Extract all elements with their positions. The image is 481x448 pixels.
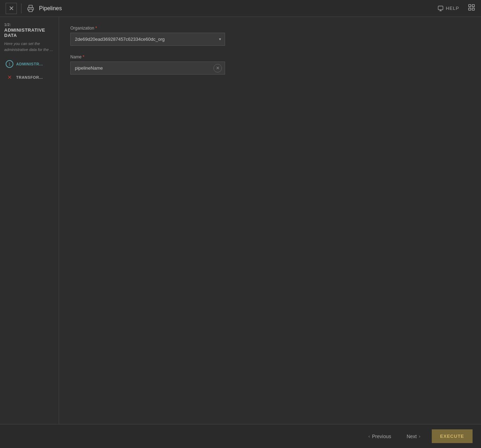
sidebar-item-label-transform: TRANSFOR... bbox=[16, 75, 43, 79]
svg-rect-1 bbox=[29, 9, 32, 11]
step-description: Here you can set the administrative data… bbox=[4, 41, 54, 52]
organization-required: * bbox=[95, 25, 97, 31]
organization-label: Organization * bbox=[70, 25, 225, 31]
grid-icon[interactable] bbox=[468, 4, 475, 13]
topbar-divider bbox=[21, 4, 21, 13]
organization-input-wrapper: ▾ bbox=[70, 33, 225, 46]
execute-label: EXECUTE bbox=[440, 434, 464, 439]
print-icon[interactable] bbox=[26, 4, 36, 13]
svg-rect-2 bbox=[438, 6, 443, 10]
svg-rect-5 bbox=[469, 8, 471, 10]
main-content: 1/2: ADMINISTRATIVE DATA Here you can se… bbox=[0, 17, 481, 424]
svg-rect-3 bbox=[469, 5, 471, 7]
footer: ‹ Previous Next › EXECUTE bbox=[0, 424, 481, 448]
step-number: 1/2: bbox=[4, 23, 54, 27]
page-title: Pipelines bbox=[39, 5, 437, 12]
step-circle-1: 1 bbox=[6, 60, 13, 68]
organization-input[interactable] bbox=[71, 33, 216, 45]
svg-rect-6 bbox=[472, 8, 474, 10]
organization-field-group: Organization * ▾ bbox=[70, 25, 225, 46]
sidebar: 1/2: ADMINISTRATIVE DATA Here you can se… bbox=[0, 17, 59, 424]
svg-rect-4 bbox=[472, 5, 474, 7]
next-button[interactable]: Next › bbox=[399, 430, 427, 443]
name-field-group: Name * ✕ bbox=[70, 54, 225, 75]
topbar: ✕ Pipelines HELP bbox=[0, 0, 481, 17]
sidebar-item-transform[interactable]: ✕ TRANSFOR... bbox=[4, 71, 54, 83]
name-required: * bbox=[83, 54, 84, 59]
close-button[interactable]: ✕ bbox=[6, 3, 17, 14]
previous-button[interactable]: ‹ Previous bbox=[361, 430, 398, 443]
execute-button[interactable]: EXECUTE bbox=[432, 429, 473, 443]
help-button[interactable]: HELP bbox=[437, 5, 459, 12]
sidebar-item-administrative[interactable]: 1 ADMINISTR... bbox=[4, 58, 54, 70]
name-clear-button[interactable]: ✕ bbox=[213, 64, 222, 72]
step-x-icon: ✕ bbox=[6, 73, 13, 81]
sidebar-item-label-administrative: ADMINISTR... bbox=[16, 62, 43, 66]
next-chevron-icon: › bbox=[419, 434, 420, 439]
name-input[interactable] bbox=[71, 62, 213, 74]
previous-chevron-icon: ‹ bbox=[368, 434, 370, 439]
name-input-wrapper: ✕ bbox=[70, 62, 225, 75]
svg-rect-0 bbox=[29, 5, 32, 7]
help-label: HELP bbox=[446, 6, 459, 11]
previous-label: Previous bbox=[372, 434, 391, 439]
name-label: Name * bbox=[70, 54, 225, 59]
organization-dropdown-arrow[interactable]: ▾ bbox=[216, 37, 225, 41]
next-label: Next bbox=[406, 434, 417, 439]
form-area: Organization * ▾ Name * ✕ bbox=[59, 17, 481, 424]
step-title: ADMINISTRATIVE DATA bbox=[4, 27, 54, 38]
